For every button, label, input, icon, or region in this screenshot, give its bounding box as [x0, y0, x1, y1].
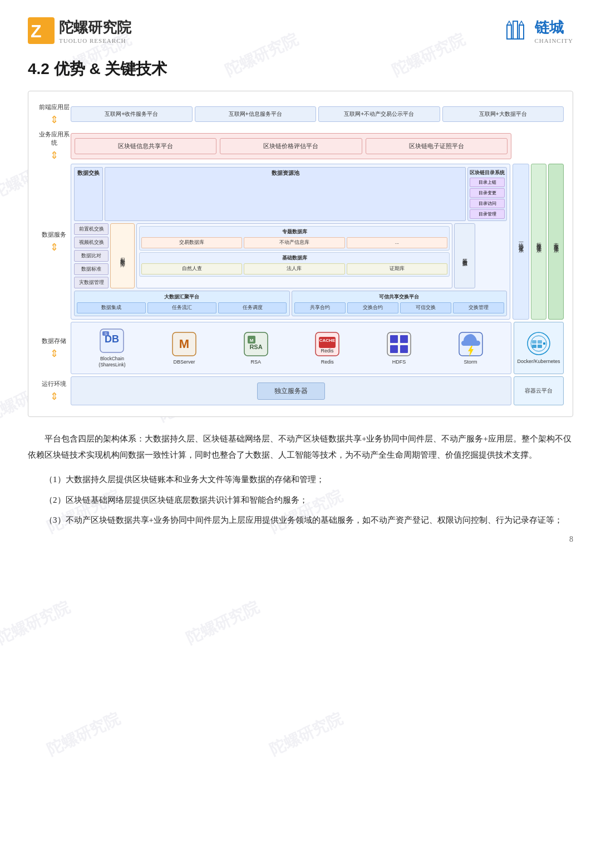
storage-item-redis: CACHE Redis Redis: [314, 331, 340, 365]
big-data-item-1: 数据集成: [77, 302, 146, 313]
expert-db-item-2: 不动产信息库: [244, 237, 344, 248]
exchange-item-4: 数据标准: [74, 263, 109, 275]
rsa-icon: M RSA: [243, 331, 269, 357]
logo-right: 链城 CHAINCITY: [501, 17, 574, 45]
data-service-content: 数据交换 数据资源池 区块链目录系统 目录上链 目录变更 目录访问 目录管理: [71, 164, 564, 320]
docker-panel: Docker/Kubernetes: [514, 322, 564, 374]
runtime-arrow: ⇕: [50, 390, 58, 403]
storage-item-hdfs: HDFS: [386, 331, 412, 365]
page-number: 8: [569, 535, 573, 544]
storm-icon: [458, 331, 484, 357]
svg-rect-32: [532, 345, 536, 348]
frontend-layer-row: 前端应用层 ⇕ 互联网+收件服务平台 互联网+信息服务平台 互联网+不动产交易公…: [37, 100, 564, 128]
data-service-arrow: ⇕: [50, 241, 58, 253]
frontend-box-2: 互联网+信息服务平台: [195, 106, 317, 122]
svg-text:RSA: RSA: [249, 344, 262, 350]
expert-db-title: 专题数据库: [141, 228, 447, 236]
exchange-item-5: 灾数据管理: [74, 277, 109, 288]
big-data-items: 数据集成 任务流汇 任务调度: [77, 302, 287, 313]
base-db-item-3: 证期库: [347, 263, 447, 274]
standalone-server-box: 独立服务器: [257, 382, 325, 400]
data-exchange-title: 数据交换: [74, 167, 103, 221]
data-service-main: 数据交换 数据资源池 区块链目录系统 目录上链 目录变更 目录访问 目录管理: [71, 164, 510, 320]
data-middle-section: 前置机交换 视频机交换 数据比对 数据标准 灾数据管理 归集数据库: [74, 223, 507, 288]
chaincity-text: 链城 CHAINCITY: [535, 18, 574, 44]
exchange-sub-items: 前置机交换 视频机交换 数据比对 数据标准 灾数据管理: [74, 223, 109, 288]
section-title: 4.2 优势 & 关键技术: [28, 58, 573, 80]
runtime-layer-label: 运行环境 ⇕: [37, 376, 71, 405]
exchange-item-2: 视频机交换: [74, 237, 109, 248]
trustworthy-items: 共享合约 交换合约 可信交换 交换管理: [294, 302, 505, 313]
hdfs-label: HDFS: [392, 359, 406, 365]
collect-library: 归集数据库: [110, 223, 135, 288]
trustworthy-item-2: 交换合约: [347, 302, 398, 313]
runtime-layer-row: 运行环境 ⇕ 独立服务器 容器云平台: [37, 376, 564, 405]
svg-text:M: M: [179, 337, 189, 351]
base-db-item-1: 自然人查: [141, 263, 242, 274]
watermark: 陀螺研究院: [0, 597, 73, 649]
catalog-item-4: 目录管理: [470, 209, 505, 219]
storage-item-storm: Storm: [458, 331, 484, 365]
docker-label: Docker/Kubernetes: [517, 358, 560, 365]
biz-box-3: 区块链电子证照平台: [366, 138, 508, 154]
body-item-3: （3）不动产区块链数据共享+业务协同中间件层为上层应用提供业务领域的基础服务，如…: [28, 512, 573, 528]
data-service-layer-row: 数据服务 ⇕ 数据交换 数据资源池 区块链目录系统 目录上链 目录: [37, 164, 564, 320]
svg-rect-22: [390, 335, 398, 343]
catalog-item-2: 目录变更: [470, 188, 505, 198]
big-data-item-2: 任务流汇: [147, 302, 216, 313]
runtime-content: 独立服务器 容器云平台: [71, 376, 564, 405]
tuoluo-logo-icon: Z: [28, 17, 55, 44]
svg-rect-25: [400, 345, 408, 353]
business-layer-label: 业务应用系统 ⇕: [37, 130, 71, 161]
business-layer-row: 业务应用系统 ⇕ 区块链信息共享平台 区块链价格评估平台 区块链电子证照平台: [37, 130, 564, 161]
expert-db-section: 专题数据库 交易数据库 不动产信息库 ...: [139, 226, 450, 251]
architecture-diagram: 前端应用层 ⇕ 互联网+收件服务平台 互联网+信息服务平台 互联网+不动产交易公…: [28, 91, 573, 417]
blockchain-icon: DB S: [99, 328, 125, 354]
docker-icon: [526, 331, 551, 356]
management-system-panel: 统一管理体系: [513, 164, 529, 320]
expert-db-items: 交易数据库 不动产信息库 ...: [141, 237, 447, 248]
base-db-item-2: 法人库: [244, 263, 344, 274]
trustworthy-exchange: 可信共享交换平台 共享合约 交换合约 可信交换 交换管理: [292, 291, 508, 316]
expert-db-item-1: 交易数据库: [141, 237, 242, 248]
frontend-layer-label: 前端应用层 ⇕: [37, 100, 71, 128]
svg-text:CACHE: CACHE: [319, 338, 336, 343]
expert-db-item-3: ...: [347, 237, 447, 248]
body-paragraph-1: 平台包含四层的架构体系：大数据持久层、区块链基础网络层、不动产区块链数据共享+业…: [28, 431, 573, 463]
business-layer-content: 区块链信息共享平台 区块链价格评估平台 区块链电子证照平台: [71, 130, 564, 161]
right-panels: 统一管理体系 标准规范体系 安全规范体系: [513, 164, 564, 320]
biz-box-1: 区块链信息共享平台: [75, 138, 216, 154]
hdfs-icon: [386, 331, 412, 357]
third-party-data: 第三方数据源: [454, 223, 475, 288]
storage-content: DB S BlockChain(SharesLink) M: [71, 322, 564, 374]
svg-rect-23: [400, 335, 408, 343]
tuoluo-name-english: TUOLUO RESEARCH: [59, 37, 131, 44]
business-arrow: ⇕: [50, 149, 58, 161]
svg-text:Redis: Redis: [321, 348, 334, 354]
svg-rect-30: [532, 340, 536, 344]
catalog-spacer: [477, 223, 507, 288]
svg-text:Z: Z: [31, 21, 42, 41]
biz-box-2: 区块链价格评估平台: [220, 138, 362, 154]
storage-item-blockchain: DB S BlockChain(SharesLink): [98, 328, 125, 368]
trustworthy-item-4: 交换管理: [453, 302, 504, 313]
trustworthy-exchange-title: 可信共享交换平台: [294, 293, 505, 301]
svg-rect-34: [543, 342, 545, 345]
base-db-items: 自然人查 法人库 证期库: [141, 263, 447, 274]
big-data-item-3: 任务调度: [218, 302, 287, 313]
redis-icon: CACHE Redis: [314, 331, 340, 357]
dbserver-icon: M: [171, 331, 197, 357]
storage-layer-label: 数据存储 ⇕: [37, 322, 71, 374]
frontend-box-1: 互联网+收件服务平台: [71, 106, 193, 122]
svg-rect-5: [519, 25, 524, 39]
storage-main-box: DB S BlockChain(SharesLink) M: [71, 322, 511, 374]
rsa-label: RSA: [250, 359, 261, 365]
logo-left: Z 陀螺研究院 TUOLUO RESEARCH: [28, 17, 131, 44]
chaincity-logo-icon: [501, 17, 529, 45]
redis-label: Redis: [321, 359, 334, 365]
frontend-layer-content: 互联网+收件服务平台 互联网+信息服务平台 互联网+不动产交易公示平台 互联网+…: [71, 100, 564, 128]
base-db-title: 基础数据库: [141, 254, 447, 262]
platform-row: 大数据汇聚平台 数据集成 任务流汇 任务调度 可信共享交换平台: [74, 291, 507, 316]
exchange-item-3: 数据比对: [74, 250, 109, 262]
storm-label: Storm: [464, 359, 477, 365]
